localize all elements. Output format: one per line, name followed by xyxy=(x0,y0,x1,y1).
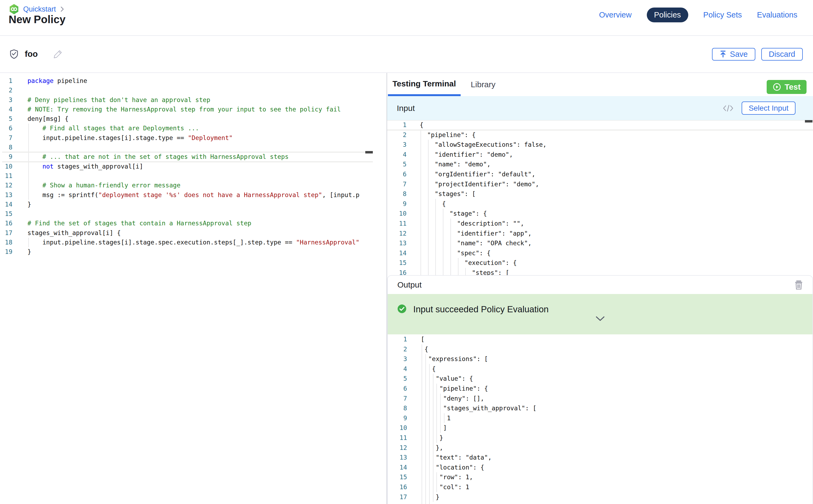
code-line: 11 "description": "", xyxy=(387,219,813,229)
line-number: 8 xyxy=(387,403,407,413)
nav-tab-evaluations[interactable]: Evaluations xyxy=(757,11,797,19)
evaluation-result-message: Input succeeded Policy Evaluation xyxy=(413,304,549,314)
code-line: 13 msg := sprintf("deployment stage '%s'… xyxy=(0,190,386,200)
code-line: 11 xyxy=(0,171,386,181)
line-number: 17 xyxy=(387,492,407,502)
code-line: 14 "location": { xyxy=(387,463,812,473)
overview-ruler-cursor-mark xyxy=(365,151,373,153)
code-line: 14} xyxy=(0,200,386,209)
line-number: 9 xyxy=(387,413,407,423)
discard-button[interactable]: Discard xyxy=(761,48,803,61)
line-number: 5 xyxy=(387,374,407,384)
upload-icon xyxy=(720,50,727,58)
page-header: Quickstart New Policy OverviewPoliciesPo… xyxy=(0,0,813,36)
line-number: 14 xyxy=(387,463,407,473)
output-json-editor[interactable]: 1[2 {3 "expressions": [4 {5 "value": {6 … xyxy=(387,334,812,504)
line-number: 3 xyxy=(0,95,12,105)
code-line: 8 xyxy=(0,143,386,152)
code-line: 16 "steps": [ xyxy=(387,268,813,275)
code-line: 17 } xyxy=(387,492,812,502)
save-button-label: Save xyxy=(730,50,748,59)
line-number: 6 xyxy=(387,384,407,394)
line-number: 4 xyxy=(0,105,12,114)
trash-icon xyxy=(795,280,803,290)
line-number: 18 xyxy=(387,502,407,504)
line-number: 16 xyxy=(387,268,406,275)
input-json-editor[interactable]: 1{2 "pipeline": {3 "allowStageExecutions… xyxy=(387,120,813,275)
line-number: 11 xyxy=(0,171,12,181)
line-number: 8 xyxy=(0,143,12,152)
line-number: 12 xyxy=(387,229,406,239)
line-number: 10 xyxy=(387,423,407,433)
line-number: 19 xyxy=(0,247,12,257)
test-button[interactable]: Test xyxy=(767,80,807,94)
output-section-header: Output xyxy=(387,276,812,294)
test-button-label: Test xyxy=(785,82,801,92)
breadcrumb: Quickstart xyxy=(9,4,64,15)
line-number: 7 xyxy=(0,133,12,143)
line-number: 12 xyxy=(387,443,407,453)
line-number: 9 xyxy=(0,152,12,162)
edit-name-button[interactable] xyxy=(53,50,62,59)
policy-logo-icon xyxy=(9,4,19,15)
nav-tab-policy-sets[interactable]: Policy Sets xyxy=(703,11,742,19)
chevron-down-icon[interactable] xyxy=(596,316,605,321)
code-line: 5deny[msg] { xyxy=(0,114,386,124)
line-number: 6 xyxy=(0,124,12,133)
current-line-highlight xyxy=(387,129,813,131)
code-line: 17stages_with_approval[i] { xyxy=(0,228,386,238)
nav-tab-policies[interactable]: Policies xyxy=(647,8,688,22)
overview-ruler-cursor-mark xyxy=(805,120,812,123)
code-line: 12 }, xyxy=(387,443,812,453)
select-input-button[interactable]: Select Input xyxy=(742,101,795,115)
code-line: 9 { xyxy=(387,199,813,209)
save-button[interactable]: Save xyxy=(712,48,755,61)
code-line: 5 "name": "demo", xyxy=(387,159,813,169)
line-number: 15 xyxy=(0,209,12,219)
play-icon xyxy=(773,83,781,91)
input-title: Input xyxy=(397,104,415,113)
line-number: 15 xyxy=(387,258,406,268)
discard-button-label: Discard xyxy=(769,50,795,59)
testing-terminal-pane: Testing Terminal Library Test Input Sele… xyxy=(387,73,813,504)
nav-tab-overview[interactable]: Overview xyxy=(599,11,632,19)
line-number: 1 xyxy=(0,76,12,86)
rego-code-editor[interactable]: 1package pipeline23# Deny pipelines that… xyxy=(0,73,386,504)
code-line: 13 "name": "OPA check", xyxy=(387,238,813,248)
indent-guide xyxy=(28,171,29,181)
code-line: 12 # Show a human-friendly error message xyxy=(0,181,386,190)
code-line: 3 "expressions": [ xyxy=(387,354,812,364)
tab-testing-terminal[interactable]: Testing Terminal xyxy=(388,73,461,96)
code-icon[interactable] xyxy=(723,104,734,112)
line-number: 2 xyxy=(387,344,407,354)
code-line: 15 xyxy=(0,209,386,219)
code-line: 8 "stages": [ xyxy=(387,189,813,199)
clear-output-button[interactable] xyxy=(795,280,803,290)
header-nav: OverviewPoliciesPolicy SetsEvaluations xyxy=(599,8,797,22)
tab-library[interactable]: Library xyxy=(471,73,496,96)
code-line: 13 "text": "data", xyxy=(387,453,812,463)
line-number: 10 xyxy=(0,162,12,171)
code-line: 10 ] xyxy=(387,423,812,433)
line-number: 16 xyxy=(0,219,12,228)
output-section: Output Input succeed xyxy=(387,275,813,504)
code-line: 10 "stage": { xyxy=(387,209,813,219)
code-line: 7 "deny": [], xyxy=(387,394,812,404)
line-number: 10 xyxy=(387,209,406,219)
code-line: 16# Find the set of stages that contain … xyxy=(0,219,386,228)
page-title: New Policy xyxy=(9,13,65,26)
line-number: 3 xyxy=(387,354,407,364)
line-number: 14 xyxy=(0,200,12,209)
code-line: 1package pipeline xyxy=(0,76,386,86)
policy-toolbar: foo Save Discard xyxy=(0,36,813,73)
code-line: 18 input.pipeline.stages[i].stage.spec.e… xyxy=(0,238,386,247)
terminal-tabs: Testing Terminal Library Test xyxy=(387,73,813,96)
code-line: 3 "allowStageExecutions": false, xyxy=(387,140,813,150)
line-number: 5 xyxy=(387,159,406,169)
code-line: 10 not stages_with_approval[i] xyxy=(0,162,386,171)
line-number: 16 xyxy=(387,482,407,492)
breadcrumb-link-quickstart[interactable]: Quickstart xyxy=(23,5,56,13)
line-number: 4 xyxy=(387,150,406,160)
code-line: 18 } xyxy=(387,502,812,504)
line-number: 2 xyxy=(0,86,12,95)
